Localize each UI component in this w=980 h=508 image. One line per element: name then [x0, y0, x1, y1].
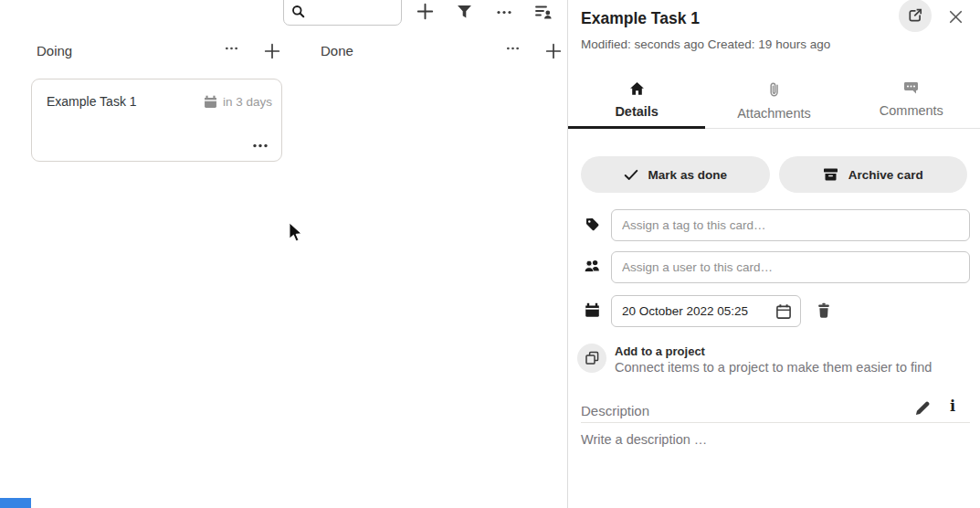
tab-details-label: Details	[615, 104, 659, 119]
calendar-icon	[585, 302, 600, 318]
filter-button[interactable]	[457, 5, 472, 19]
menu-dots-icon	[505, 46, 521, 51]
tab-comments[interactable]: Comments	[843, 73, 980, 128]
add-card-toolbar-button[interactable]	[416, 3, 434, 20]
mark-as-done-label: Mark as done	[648, 168, 727, 182]
description-placeholder[interactable]: Write a description …	[581, 432, 707, 447]
search-input[interactable]	[310, 0, 397, 22]
tab-attachments-label: Attachments	[737, 106, 811, 121]
add-icon	[416, 3, 434, 20]
doing-add-card-button[interactable]	[264, 43, 280, 59]
remove-due-date-button[interactable]	[817, 302, 831, 319]
card-menu-button[interactable]	[252, 143, 269, 149]
tab-details[interactable]: Details	[568, 73, 705, 128]
users-icon	[584, 259, 601, 273]
pencil-icon	[914, 400, 931, 417]
info-icon[interactable]: i	[950, 397, 955, 415]
menu-dots-icon	[496, 9, 512, 16]
comment-icon	[903, 81, 919, 95]
active-tab-underline	[568, 126, 705, 129]
calendar-icon	[204, 95, 217, 109]
kanban-board: Doing Done Example Task 1 in 3 days	[0, 0, 568, 508]
task-card-due: in 3 days	[204, 95, 272, 109]
doing-column-menu-button[interactable]	[224, 46, 239, 51]
add-to-project-row[interactable]: Add to a project Connect items to a proj…	[568, 344, 980, 375]
open-calendar-button[interactable]	[775, 303, 792, 320]
due-date-value: 20 October 2022 05:25	[622, 304, 775, 318]
done-column-menu-button[interactable]	[505, 46, 521, 51]
add-to-project-subtitle: Connect items to a project to make them …	[615, 360, 932, 375]
popout-icon	[907, 7, 923, 24]
panel-title: Example Task 1	[581, 9, 700, 28]
open-in-window-button[interactable]	[899, 0, 932, 32]
calendar-outline-icon	[775, 303, 792, 320]
close-icon	[948, 9, 964, 25]
home-icon	[629, 81, 645, 96]
description-separator	[581, 422, 970, 423]
done-add-card-button[interactable]	[545, 43, 562, 59]
bottom-left-accent-bar	[0, 498, 31, 508]
paperclip-icon	[768, 81, 779, 98]
tab-attachments[interactable]: Attachments	[705, 73, 842, 128]
assign-tag-input[interactable]	[611, 209, 970, 241]
search-icon	[291, 5, 305, 18]
add-icon	[545, 43, 562, 59]
action-buttons: Mark as done Archive card	[581, 156, 967, 193]
add-to-project-title: Add to a project	[615, 344, 705, 358]
archive-card-button[interactable]: Archive card	[779, 156, 968, 193]
archive-icon	[823, 167, 838, 182]
sort-tasks-icon	[534, 4, 553, 20]
trash-icon	[817, 302, 831, 319]
archive-card-label: Archive card	[848, 168, 923, 182]
search-input-wrapper	[283, 0, 402, 26]
task-details-panel: Example Task 1 Modified: seconds ago Cre…	[568, 0, 980, 508]
project-windows-icon	[577, 344, 606, 373]
add-icon	[264, 43, 280, 59]
column-title-done: Done	[321, 43, 353, 58]
task-card-due-label: in 3 days	[223, 95, 272, 109]
panel-meta: Modified: seconds ago Created: 19 hours …	[581, 37, 830, 51]
close-panel-button[interactable]	[948, 8, 964, 25]
assign-user-input[interactable]	[611, 251, 970, 283]
panel-tabs: Details Attachments Comments	[568, 73, 980, 129]
board-menu-button[interactable]	[496, 9, 512, 16]
task-card[interactable]: Example Task 1 in 3 days	[31, 79, 282, 162]
edit-description-button[interactable]	[914, 400, 931, 417]
menu-dots-icon	[252, 143, 269, 149]
task-card-title: Example Task 1	[47, 94, 137, 109]
mark-as-done-button[interactable]: Mark as done	[581, 156, 770, 193]
filter-icon	[457, 5, 472, 19]
sort-tasks-button[interactable]	[534, 4, 553, 20]
description-label: Description	[581, 403, 649, 418]
menu-dots-icon	[224, 46, 239, 51]
due-date-field[interactable]: 20 October 2022 05:25	[611, 295, 801, 327]
tab-comments-label: Comments	[880, 103, 943, 118]
mouse-cursor	[289, 222, 304, 244]
tag-icon	[585, 217, 600, 232]
column-title-doing: Doing	[37, 43, 72, 58]
check-icon	[624, 169, 638, 181]
